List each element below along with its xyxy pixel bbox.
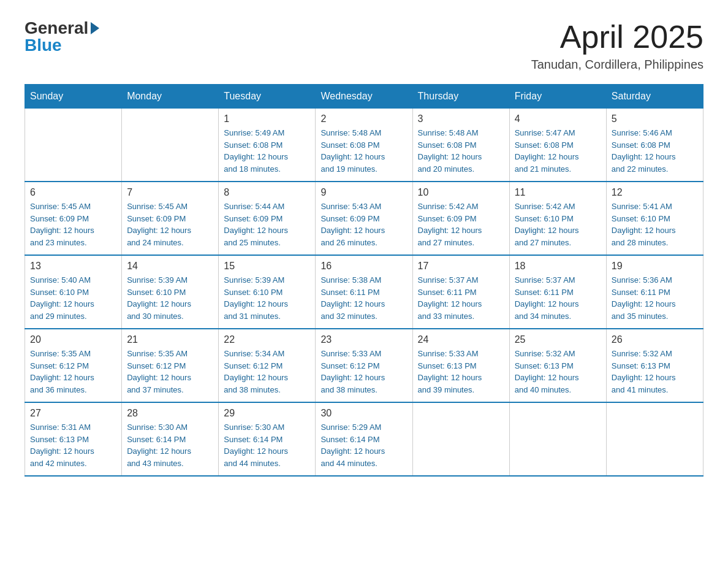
location-text: Tanudan, Cordillera, Philippines: [531, 58, 703, 72]
calendar-day-cell: 24Sunrise: 5:33 AM Sunset: 6:13 PM Dayli…: [412, 329, 509, 402]
day-number: 21: [127, 334, 213, 345]
day-number: 30: [320, 408, 407, 419]
calendar-day-cell: [25, 109, 122, 182]
day-info: Sunrise: 5:31 AM Sunset: 6:13 PM Dayligh…: [30, 421, 116, 469]
day-info: Sunrise: 5:36 AM Sunset: 6:11 PM Dayligh…: [612, 274, 698, 322]
weekday-header-tuesday: Tuesday: [219, 85, 316, 109]
day-number: 10: [418, 187, 504, 198]
day-info: Sunrise: 5:39 AM Sunset: 6:10 PM Dayligh…: [224, 274, 310, 322]
day-number: 3: [418, 113, 504, 124]
day-info: Sunrise: 5:35 AM Sunset: 6:12 PM Dayligh…: [30, 348, 116, 396]
day-info: Sunrise: 5:49 AM Sunset: 6:08 PM Dayligh…: [224, 127, 310, 175]
weekday-header-saturday: Saturday: [606, 85, 703, 109]
day-number: 28: [127, 408, 213, 419]
calendar-day-cell: 22Sunrise: 5:34 AM Sunset: 6:12 PM Dayli…: [219, 329, 316, 402]
day-info: Sunrise: 5:42 AM Sunset: 6:09 PM Dayligh…: [418, 201, 504, 248]
calendar-day-cell: 9Sunrise: 5:43 AM Sunset: 6:09 PM Daylig…: [316, 182, 412, 255]
calendar-day-cell: 7Sunrise: 5:45 AM Sunset: 6:09 PM Daylig…: [122, 182, 219, 255]
calendar-table: SundayMondayTuesdayWednesdayThursdayFrid…: [25, 84, 703, 477]
day-info: Sunrise: 5:43 AM Sunset: 6:09 PM Dayligh…: [320, 201, 407, 248]
calendar-day-cell: 10Sunrise: 5:42 AM Sunset: 6:09 PM Dayli…: [412, 182, 509, 255]
day-number: 20: [30, 334, 116, 345]
calendar-day-cell: 8Sunrise: 5:44 AM Sunset: 6:09 PM Daylig…: [219, 182, 316, 255]
day-number: 8: [224, 187, 310, 198]
day-info: Sunrise: 5:33 AM Sunset: 6:12 PM Dayligh…: [320, 348, 407, 396]
day-info: Sunrise: 5:30 AM Sunset: 6:14 PM Dayligh…: [224, 421, 310, 469]
calendar-day-cell: 4Sunrise: 5:47 AM Sunset: 6:08 PM Daylig…: [509, 109, 606, 182]
day-info: Sunrise: 5:48 AM Sunset: 6:08 PM Dayligh…: [320, 127, 407, 175]
day-info: Sunrise: 5:38 AM Sunset: 6:11 PM Dayligh…: [320, 274, 407, 322]
calendar-day-cell: 29Sunrise: 5:30 AM Sunset: 6:14 PM Dayli…: [219, 402, 316, 476]
day-info: Sunrise: 5:34 AM Sunset: 6:12 PM Dayligh…: [224, 348, 310, 396]
day-number: 4: [515, 113, 601, 124]
calendar-day-cell: 30Sunrise: 5:29 AM Sunset: 6:14 PM Dayli…: [316, 402, 412, 476]
calendar-day-cell: 17Sunrise: 5:37 AM Sunset: 6:11 PM Dayli…: [412, 255, 509, 329]
weekday-header-row: SundayMondayTuesdayWednesdayThursdayFrid…: [25, 85, 703, 109]
day-info: Sunrise: 5:37 AM Sunset: 6:11 PM Dayligh…: [515, 274, 601, 322]
day-number: 27: [30, 408, 116, 419]
day-number: 19: [612, 261, 698, 272]
day-info: Sunrise: 5:45 AM Sunset: 6:09 PM Dayligh…: [30, 201, 116, 248]
calendar-day-cell: 5Sunrise: 5:46 AM Sunset: 6:08 PM Daylig…: [606, 109, 703, 182]
day-number: 7: [127, 187, 213, 198]
calendar-week-row: 6Sunrise: 5:45 AM Sunset: 6:09 PM Daylig…: [25, 182, 703, 255]
day-info: Sunrise: 5:46 AM Sunset: 6:08 PM Dayligh…: [612, 127, 698, 175]
day-number: 23: [320, 334, 407, 345]
day-number: 16: [320, 261, 407, 272]
day-info: Sunrise: 5:40 AM Sunset: 6:10 PM Dayligh…: [30, 274, 116, 322]
day-number: 6: [30, 187, 116, 198]
day-info: Sunrise: 5:33 AM Sunset: 6:13 PM Dayligh…: [418, 348, 504, 396]
day-info: Sunrise: 5:30 AM Sunset: 6:14 PM Dayligh…: [127, 421, 213, 469]
day-number: 1: [224, 113, 310, 124]
calendar-day-cell: 16Sunrise: 5:38 AM Sunset: 6:11 PM Dayli…: [316, 255, 412, 329]
calendar-day-cell: 25Sunrise: 5:32 AM Sunset: 6:13 PM Dayli…: [509, 329, 606, 402]
day-info: Sunrise: 5:32 AM Sunset: 6:13 PM Dayligh…: [515, 348, 601, 396]
calendar-day-cell: 28Sunrise: 5:30 AM Sunset: 6:14 PM Dayli…: [122, 402, 219, 476]
day-number: 5: [612, 113, 698, 124]
day-number: 17: [418, 261, 504, 272]
calendar-day-cell: 26Sunrise: 5:32 AM Sunset: 6:13 PM Dayli…: [606, 329, 703, 402]
calendar-day-cell: 15Sunrise: 5:39 AM Sunset: 6:10 PM Dayli…: [219, 255, 316, 329]
day-info: Sunrise: 5:32 AM Sunset: 6:13 PM Dayligh…: [612, 348, 698, 396]
day-number: 18: [515, 261, 601, 272]
calendar-day-cell: 1Sunrise: 5:49 AM Sunset: 6:08 PM Daylig…: [219, 109, 316, 182]
title-area: April 2025 Tanudan, Cordillera, Philippi…: [531, 18, 703, 72]
calendar-day-cell: [509, 402, 606, 476]
day-info: Sunrise: 5:48 AM Sunset: 6:08 PM Dayligh…: [418, 127, 504, 175]
day-number: 14: [127, 261, 213, 272]
day-number: 29: [224, 408, 310, 419]
day-info: Sunrise: 5:44 AM Sunset: 6:09 PM Dayligh…: [224, 201, 310, 248]
day-info: Sunrise: 5:37 AM Sunset: 6:11 PM Dayligh…: [418, 274, 504, 322]
day-info: Sunrise: 5:47 AM Sunset: 6:08 PM Dayligh…: [515, 127, 601, 175]
weekday-header-thursday: Thursday: [412, 85, 509, 109]
calendar-day-cell: [122, 109, 219, 182]
calendar-day-cell: 3Sunrise: 5:48 AM Sunset: 6:08 PM Daylig…: [412, 109, 509, 182]
calendar-day-cell: 20Sunrise: 5:35 AM Sunset: 6:12 PM Dayli…: [25, 329, 122, 402]
day-number: 25: [515, 334, 601, 345]
calendar-week-row: 1Sunrise: 5:49 AM Sunset: 6:08 PM Daylig…: [25, 109, 703, 182]
day-number: 2: [320, 113, 407, 124]
calendar-day-cell: 21Sunrise: 5:35 AM Sunset: 6:12 PM Dayli…: [122, 329, 219, 402]
weekday-header-friday: Friday: [509, 85, 606, 109]
day-info: Sunrise: 5:39 AM Sunset: 6:10 PM Dayligh…: [127, 274, 213, 322]
day-info: Sunrise: 5:41 AM Sunset: 6:10 PM Dayligh…: [612, 201, 698, 248]
calendar-day-cell: 13Sunrise: 5:40 AM Sunset: 6:10 PM Dayli…: [25, 255, 122, 329]
logo-arrow-icon: [91, 22, 99, 34]
calendar-day-cell: 6Sunrise: 5:45 AM Sunset: 6:09 PM Daylig…: [25, 182, 122, 255]
day-number: 13: [30, 261, 116, 272]
calendar-day-cell: 11Sunrise: 5:42 AM Sunset: 6:10 PM Dayli…: [509, 182, 606, 255]
day-number: 24: [418, 334, 504, 345]
weekday-header-wednesday: Wednesday: [316, 85, 412, 109]
day-info: Sunrise: 5:35 AM Sunset: 6:12 PM Dayligh…: [127, 348, 213, 396]
calendar-week-row: 27Sunrise: 5:31 AM Sunset: 6:13 PM Dayli…: [25, 402, 703, 476]
day-number: 26: [612, 334, 698, 345]
weekday-header-sunday: Sunday: [25, 85, 122, 109]
day-number: 12: [612, 187, 698, 198]
calendar-day-cell: 2Sunrise: 5:48 AM Sunset: 6:08 PM Daylig…: [316, 109, 412, 182]
weekday-header-monday: Monday: [122, 85, 219, 109]
calendar-day-cell: 27Sunrise: 5:31 AM Sunset: 6:13 PM Dayli…: [25, 402, 122, 476]
calendar-day-cell: 18Sunrise: 5:37 AM Sunset: 6:11 PM Dayli…: [509, 255, 606, 329]
page-header: General Blue April 2025 Tanudan, Cordill…: [25, 18, 703, 72]
calendar-day-cell: 12Sunrise: 5:41 AM Sunset: 6:10 PM Dayli…: [606, 182, 703, 255]
calendar-day-cell: 23Sunrise: 5:33 AM Sunset: 6:12 PM Dayli…: [316, 329, 412, 402]
